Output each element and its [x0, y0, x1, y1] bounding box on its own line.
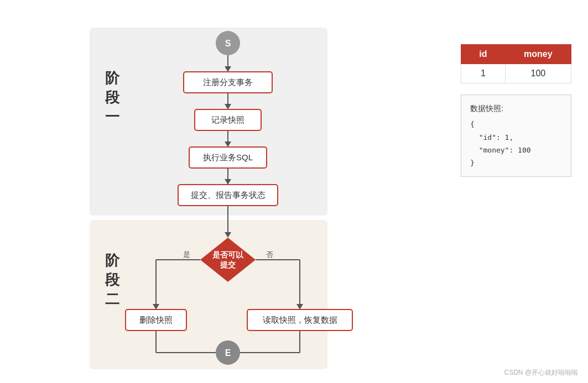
main-container: 阶 段 一 S 注册分支事务 记录快照 执行业务SQL [0, 0, 588, 383]
phase2-label-2: 段 [105, 271, 120, 288]
watermark: CSDN @开心就好啦啦啦 [504, 368, 578, 377]
label-sql: 执行业务SQL [202, 153, 252, 162]
flowchart-svg: 阶 段 一 S 注册分支事务 记录快照 执行业务SQL [84, 11, 372, 376]
data-table: id money 1 100 [461, 44, 571, 83]
label-register: 注册分支事务 [203, 77, 253, 87]
table-row: 1 100 [461, 64, 571, 83]
phase1-label: 阶 [105, 70, 120, 86]
label-restore: 读取快照，恢复数据 [262, 315, 337, 324]
flowchart-area: 阶 段 一 S 注册分支事务 记录快照 执行业务SQL [17, 11, 439, 376]
yes-label: 是 [183, 250, 190, 259]
diamond-label-1: 是否可以 [212, 250, 244, 259]
phase2-label-1: 阶 [105, 252, 120, 269]
end-label: E [225, 348, 231, 358]
start-label: S [225, 39, 231, 48]
snapshot-box: 数据快照: { "id": 1, "money": 100 } [461, 95, 571, 177]
snapshot-content: { "id": 1, "money": 100 } [470, 118, 562, 170]
table-cell-id: 1 [461, 64, 506, 83]
phase2-label-3: 二 [105, 291, 119, 307]
label-report: 提交、报告事务状态 [190, 190, 265, 200]
table-header-id: id [461, 45, 506, 64]
diamond-label-2: 提交 [220, 260, 236, 269]
label-delete: 删除快照 [139, 315, 173, 324]
right-panel: id money 1 100 数据快照: { "id": 1, "money":… [461, 11, 571, 177]
label-snapshot: 记录快照 [211, 115, 244, 124]
phase2-bg [90, 220, 327, 369]
phase1-label-2: 段 [105, 89, 120, 106]
phase1-label-3: 一 [105, 108, 119, 125]
snapshot-label: 数据快照: [470, 102, 562, 116]
no-label: 否 [266, 250, 273, 259]
table-cell-money: 100 [505, 64, 571, 83]
table-header-money: money [505, 45, 571, 64]
